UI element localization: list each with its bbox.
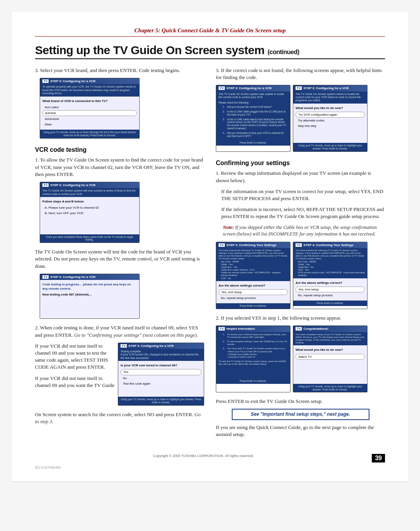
step-1b: 1. To allow the TV Guide On Screen syste… (35, 156, 204, 178)
check-item: Did you remember to tune your VCR to cha… (226, 132, 288, 138)
ss-question: What would you like to do now? (296, 106, 365, 110)
step-2c: 2. If you selected YES in step 1, the fo… (216, 315, 385, 322)
ss-note: The TV Guide On Screen system needs to l… (293, 91, 367, 104)
screenshot-tuned-09: TVSTEP 3: Configuring for a VCR Testing … (118, 343, 204, 406)
step-1c: 1. Review the setup information displaye… (216, 170, 385, 184)
list-item: No, repeat setup process (219, 295, 288, 301)
paragraph: If the information is incorrect, select … (221, 206, 385, 220)
screenshot-pair-1: TVSTEP 3: Configuring for a VCR The TV G… (216, 85, 385, 152)
paragraph: If the information on your TV screen is … (221, 188, 385, 202)
divider-red (35, 36, 385, 37)
ss-footer: Press Enter to continue. (216, 378, 290, 384)
title-continued: (continued) (268, 49, 299, 55)
page-number: 39 (372, 454, 385, 462)
ss-body-dark: To receive your channel lineup and progr… (216, 332, 290, 379)
ss-header: TVSTEP 3: Configuring for a VCR (40, 274, 139, 280)
ss-footer: Using your TV remote, move up or down to… (293, 384, 367, 392)
note-text: If you skipped either the Cable box or V… (223, 225, 377, 237)
progress-line: Code testing in progress… please do not … (42, 282, 137, 291)
ss-header: TVSTEP 3: Configuring for a VCR (40, 78, 139, 84)
ss-body: Follow steps A and B below: A. Please tu… (40, 197, 139, 234)
ss-footer: Using your TV remote, move up or down to… (118, 397, 204, 405)
list-item: Adventura (42, 116, 137, 121)
list-item-selected: Try VCR configuration again (296, 112, 365, 118)
paragraph: On Screen system to search for the corre… (35, 411, 204, 425)
screenshot-congratulations: TVCongratulations! You have completed se… (293, 325, 368, 392)
step-a: A. Please tune your VCR to channel 02 (42, 205, 137, 210)
subheading-vcr-code-testing: VCR code testing (35, 146, 204, 154)
list-item-selected: Admiral (42, 110, 137, 116)
ss-footer: Press Enter to continue. (293, 301, 367, 306)
check-item: Is the G-LINK cable wand's lens facing t… (226, 118, 288, 130)
screenshot-testing-progress: TVSTEP 3: Configuring for a VCR Code tes… (40, 274, 140, 319)
screenshot-pair-3: TVHelpful Information To receive your ch… (216, 325, 385, 392)
ss-body: Are the above settings correct? Yes, end… (216, 281, 290, 304)
page-title: Setting up the TV Guide On Screen system… (35, 44, 385, 57)
screenshot-pair-2: TVSTEP 4: Confirming Your Settings You h… (216, 242, 385, 309)
note-label: Note: (223, 225, 234, 230)
step-2b: 2. When code testing is done, if your VC… (35, 324, 204, 338)
ss-footer: Press Enter to continue. (216, 303, 290, 309)
ss-header: TVCongratulations! (293, 326, 367, 332)
ss-body: What would you like to do now? Watch TV (293, 345, 367, 383)
list-item: Try alternate codes (296, 118, 365, 123)
ss-note: You have entered the following TV Guide … (216, 248, 290, 281)
list-item: Aiwa (42, 122, 137, 127)
paragraph: Press ENTER to exit the TV Guide On Scre… (216, 398, 385, 405)
ss-note: The TV Guide On Screen system will now c… (40, 188, 139, 197)
testing-code-line: Now testing code 007 (Admiral)… (42, 292, 137, 297)
screenshot-confirm-a: TVSTEP 4: Confirming Your Settings You h… (216, 242, 290, 309)
list-item-selected: Watch TV (296, 354, 365, 360)
ss-header: TVSTEP 3: Configuring for a VCR (40, 182, 139, 188)
list-item: Test this code again (121, 381, 201, 386)
ss-header: TVSTEP 3: Configuring for a VCR (118, 343, 204, 349)
ss-note: Testing complete. If your VCR turned ON,… (118, 349, 204, 361)
screenshot-helpful-info: TVHelpful Information To receive your ch… (216, 325, 290, 392)
info-item: To view program listings, press the GUID… (226, 340, 288, 346)
ss-footer: Once you have completed these steps, pre… (40, 234, 139, 243)
list-item-selected: Yes (121, 369, 201, 375)
screenshot-check-following: TVSTEP 3: Configuring for a VCR The TV G… (216, 85, 290, 152)
chapter-title: Chapter 5: Quick Connect Guide & TV Guid… (35, 27, 385, 34)
ss-header: TVSTEP 3: Configuring for a VCR (293, 85, 367, 91)
callout-box: See "Important final setup steps," next … (232, 409, 369, 420)
ss-question: Follow steps A and B below: (42, 199, 137, 204)
ss-note: You have completed setup of your TV Guid… (293, 332, 367, 346)
screenshot-confirm-b: TVSTEP 4: Confirming Your Settings You h… (293, 242, 368, 309)
ss-note: To operate properly with your VCR, the T… (40, 84, 139, 96)
title-text: Setting up the TV Guide On Screen system (35, 44, 264, 56)
step-b: B. Next, turn OFF your VCR (42, 211, 137, 216)
right-column: 3. If the correct code is not found, the… (216, 67, 385, 442)
ss-body: What would you like to do now? Try VCR c… (293, 104, 367, 143)
left-column: 3. Select your VCR brand, and then press… (35, 67, 204, 442)
ss-note: You have entered the following TV Guide … (293, 248, 367, 278)
list-item: Skip this step (296, 123, 365, 128)
ss-question: What brand of VCR is connected to this T… (42, 99, 137, 103)
step-3-right: 3. If the correct code is not found, the… (216, 67, 385, 81)
ss-footer: Using your TV remote, move up or down to… (293, 143, 367, 151)
ss-footer: Press Enter to continue. (216, 140, 290, 146)
list-item-selected: Yes, end setup (219, 289, 288, 295)
screenshot-what-now: TVSTEP 3: Configuring for a VCR The TV G… (293, 85, 368, 152)
paragraph: If you are using the Quick Connect Guide… (216, 424, 385, 438)
document-page: Chapter 5: Quick Connect Guide & TV Guid… (12, 12, 408, 481)
ss-header: TVSTEP 4: Confirming Your Settings (293, 242, 367, 248)
step-3-left: 3. Select your VCR brand, and then press… (35, 67, 204, 74)
ss-question: What would you like to do now? (296, 348, 365, 352)
ss-body: What brand of VCR is connected to this T… (40, 97, 139, 130)
ss-header: TVSTEP 4: Confirming Your Settings (216, 242, 290, 248)
ss-body: Are the above settings correct? Yes, end… (293, 278, 367, 301)
list-item: No (121, 376, 201, 381)
list-item-selected: Yes, end setup (296, 287, 365, 292)
ss-body: Code testing in progress… please do not … (40, 280, 139, 319)
ss-body-dark: Please check the following: Did you choo… (216, 100, 290, 140)
note-block: Note: If you skipped either the Cable bo… (223, 224, 385, 238)
info-item: You must redo TV Guide On Screen system … (226, 347, 288, 359)
info-item: To receive your channel lineup and progr… (226, 333, 288, 339)
check-item: Is the G-LINK cable plugged into the G-L… (226, 110, 288, 116)
ss-question: Are the above settings correct? (219, 283, 288, 288)
screenshot-vcr-brand: TVSTEP 3: Configuring for a VCR To opera… (40, 78, 140, 139)
two-column-layout: 3. Select your VCR brand, and then press… (35, 67, 385, 442)
ss-header: TVHelpful Information (216, 326, 290, 332)
divider-black (35, 58, 385, 59)
